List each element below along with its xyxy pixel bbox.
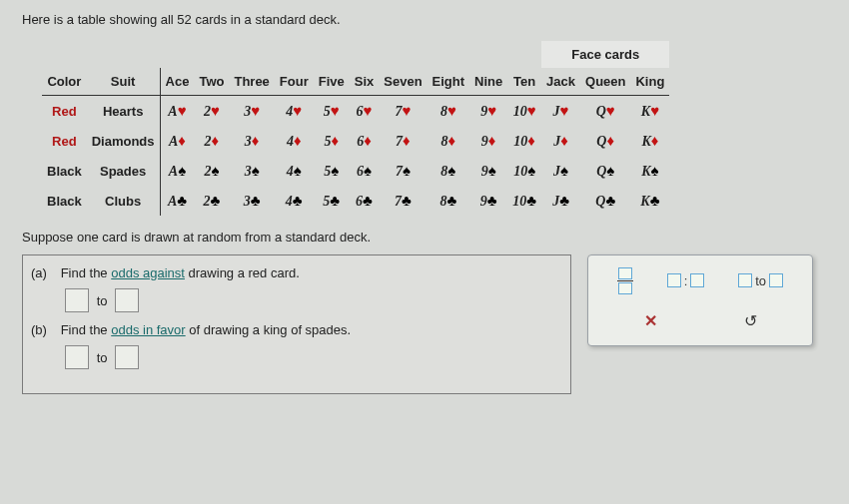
card-cell: J♣ <box>541 186 580 216</box>
suit-cell: Clubs <box>87 186 160 216</box>
answer-b-input-2[interactable] <box>115 345 139 369</box>
card-cell: J♠ <box>541 156 580 186</box>
card-cell: 7♥ <box>379 96 426 127</box>
ratio-tool[interactable]: : <box>667 273 705 288</box>
header-rank: Eight <box>427 68 470 96</box>
suit-cell: Diamonds <box>87 126 160 156</box>
card-cell: 2♦ <box>194 126 229 156</box>
color-cell: Red <box>42 96 87 127</box>
card-cell: 6♣ <box>350 186 380 216</box>
card-cell: 3♣ <box>229 186 274 216</box>
answer-a-input-2[interactable] <box>115 288 139 312</box>
card-cell: 9♥ <box>469 96 507 127</box>
card-cell: 3♥ <box>229 96 274 127</box>
header-suit: Suit <box>87 68 160 96</box>
card-cell: 4♣ <box>275 186 314 216</box>
card-cell: 8♣ <box>427 186 470 216</box>
card-cell: 2♥ <box>194 96 229 127</box>
card-cell: 8♦ <box>427 126 470 156</box>
card-cell: A♣ <box>160 186 194 216</box>
card-cell: 10♦ <box>507 126 541 156</box>
card-cell: Q♠ <box>580 156 630 186</box>
to-text: to <box>97 350 108 365</box>
header-rank: Six <box>350 68 380 96</box>
header-rank: Two <box>194 68 229 96</box>
card-cell: Q♦ <box>580 126 630 156</box>
color-cell: Red <box>42 126 87 156</box>
answer-b-input-1[interactable] <box>65 345 89 369</box>
card-cell: K♠ <box>630 156 669 186</box>
intro-text: Here is a table showing all 52 cards in … <box>22 12 827 27</box>
card-cell: 10♠ <box>507 156 541 186</box>
card-cell: 8♥ <box>427 96 470 127</box>
card-cell: Q♥ <box>580 96 630 127</box>
to-text: to <box>97 293 108 308</box>
card-cell: 8♠ <box>427 156 470 186</box>
table-row: RedHeartsA♥2♥3♥4♥5♥6♥7♥8♥9♥10♥J♥Q♥K♥ <box>42 96 669 127</box>
card-cell: 10♥ <box>507 96 541 127</box>
answer-a-input-1[interactable] <box>65 288 89 312</box>
question-b: (b) Find the odds in favor of drawing a … <box>31 322 560 369</box>
card-cell: 4♦ <box>275 126 314 156</box>
card-cell: 5♠ <box>314 156 350 186</box>
card-cell: 9♠ <box>469 156 507 186</box>
odds-against-link[interactable]: odds against <box>111 265 185 280</box>
clear-button[interactable]: ✕ <box>644 311 657 330</box>
card-cell: 5♣ <box>314 186 350 216</box>
card-cell: 9♣ <box>469 186 507 216</box>
card-cell: 3♦ <box>229 126 274 156</box>
tool-panel: : to ✕ ↺ <box>587 254 813 346</box>
card-cell: K♣ <box>630 186 669 216</box>
card-cell: J♦ <box>541 126 580 156</box>
question-box: (a) Find the odds against drawing a red … <box>22 254 571 394</box>
color-cell: Black <box>42 156 87 186</box>
qb-text: of drawing a king of spades. <box>186 322 352 337</box>
header-rank: Nine <box>469 68 507 96</box>
deck-table: Face cards Color Suit Ace Two Three Four… <box>42 41 669 216</box>
qa-label: (a) <box>31 265 57 280</box>
card-cell: 4♥ <box>275 96 314 127</box>
header-rank: Jack <box>541 68 580 96</box>
table-row: BlackClubsA♣2♣3♣4♣5♣6♣7♣8♣9♣10♣J♣Q♣K♣ <box>42 186 669 216</box>
header-rank: Four <box>275 68 314 96</box>
card-cell: 6♦ <box>350 126 380 156</box>
face-cards-header: Face cards <box>541 41 669 68</box>
header-rank: Five <box>314 68 350 96</box>
card-cell: 7♠ <box>379 156 426 186</box>
suit-cell: Spades <box>87 156 160 186</box>
card-cell: A♦ <box>160 126 194 156</box>
qb-label: (b) <box>31 322 57 337</box>
card-cell: 2♠ <box>194 156 229 186</box>
card-cell: A♠ <box>160 156 194 186</box>
suit-cell: Hearts <box>87 96 160 127</box>
header-row: Color Suit Ace Two Three Four Five Six S… <box>42 68 669 96</box>
header-rank: King <box>630 68 669 96</box>
card-cell: 10♣ <box>507 186 541 216</box>
to-tool[interactable]: to <box>738 273 783 288</box>
card-cell: 3♠ <box>229 156 274 186</box>
card-cell: J♥ <box>541 96 580 127</box>
header-rank: Three <box>229 68 274 96</box>
header-rank: Ace <box>160 68 194 96</box>
qa-text: Find the <box>61 265 112 280</box>
card-cell: 6♠ <box>350 156 380 186</box>
card-cell: 5♦ <box>314 126 350 156</box>
card-cell: 4♠ <box>275 156 314 186</box>
card-cell: 7♦ <box>379 126 426 156</box>
qa-text: drawing a red card. <box>185 265 300 280</box>
qb-text: Find the <box>61 322 112 337</box>
header-color: Color <box>42 68 87 96</box>
odds-in-favor-link[interactable]: odds in favor <box>111 322 185 337</box>
fraction-tool[interactable] <box>617 267 633 294</box>
card-cell: 6♥ <box>350 96 380 127</box>
card-cell: Q♣ <box>580 186 630 216</box>
reset-button[interactable]: ↺ <box>744 311 757 330</box>
card-cell: 7♣ <box>379 186 426 216</box>
prompt-text: Suppose one card is drawn at random from… <box>22 230 827 245</box>
table-row: RedDiamondsA♦2♦3♦4♦5♦6♦7♦8♦9♦10♦J♦Q♦K♦ <box>42 126 669 156</box>
card-cell: 2♣ <box>194 186 229 216</box>
card-cell: K♦ <box>630 126 669 156</box>
header-rank: Queen <box>580 68 630 96</box>
card-cell: A♥ <box>160 96 194 127</box>
question-a: (a) Find the odds against drawing a red … <box>31 265 560 312</box>
